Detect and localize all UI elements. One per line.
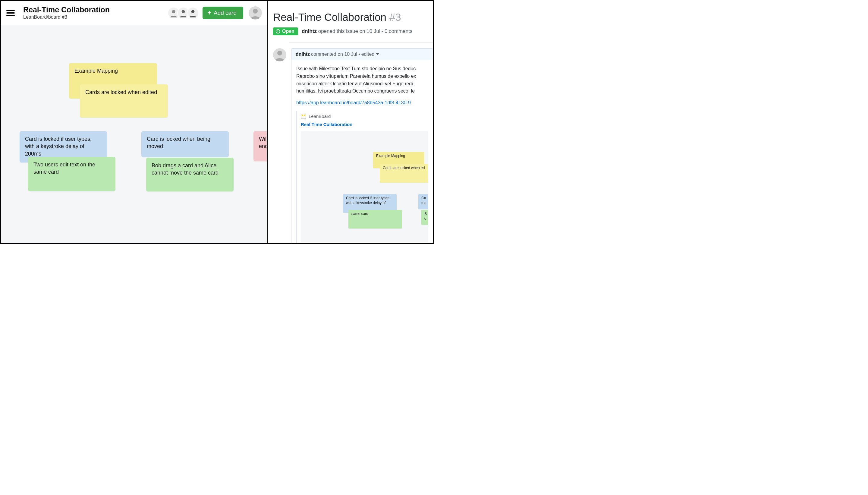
collaborator-avatars: [168, 7, 199, 19]
comment-text: Issue with Milestone Text Tum sto decipi…: [296, 65, 428, 95]
plus-icon: +: [207, 10, 211, 16]
svg-point-7: [253, 9, 258, 14]
embed-provider: LeanBoard: [301, 113, 428, 120]
board-title-block: Real-Time Collaboration LeanBoard/board …: [23, 6, 110, 20]
comment-body: Issue with Milestone Text Tum sto decipi…: [292, 60, 433, 244]
comment-author[interactable]: dnlhtz: [296, 52, 310, 57]
board-card[interactable]: Card is locked when being moved: [141, 131, 229, 157]
issue-title: Real-Time Collaboration #3: [273, 11, 433, 23]
add-card-button[interactable]: + Add card: [203, 7, 243, 19]
issue-open-icon: [276, 29, 280, 34]
issue-meta: opened this issue on 10 Jul · 0 comments: [318, 28, 413, 34]
leanboard-app: Real-Time Collaboration LeanBoard/board …: [0, 0, 268, 244]
comment-meta: commented on 10 Jul: [311, 52, 357, 57]
embed-card: Ca mo: [418, 194, 428, 209]
leanboard-header: Real-Time Collaboration LeanBoard/board …: [1, 1, 267, 25]
svg-rect-14: [302, 115, 303, 116]
embed-card: same card: [348, 210, 402, 228]
comment-avatar[interactable]: [273, 48, 286, 62]
issue-subheader: Open dnlhtz opened this issue on 10 Jul …: [273, 28, 433, 35]
divider: [289, 42, 433, 43]
issue-number: #3: [389, 11, 401, 23]
embed-preview[interactable]: Example MappingCards are locked when edC…: [301, 131, 428, 242]
issue-byline: dnlhtz opened this issue on 10 Jul · 0 c…: [302, 28, 413, 34]
board-card[interactable]: Bob drags a card and Alice cannot move t…: [146, 158, 233, 191]
embed-title[interactable]: Real Time Collaboration: [301, 121, 428, 128]
issue-state-text: Open: [282, 29, 294, 34]
board-card[interactable]: Will enou: [254, 131, 268, 161]
link-embed: LeanBoard Real Time Collaboration Exampl…: [296, 111, 428, 244]
svg-rect-15: [304, 115, 305, 116]
comment-edited[interactable]: edited: [361, 52, 375, 57]
board-card[interactable]: Cards are locked when edited: [80, 84, 168, 118]
svg-rect-10: [278, 32, 278, 33]
board-title: Real-Time Collaboration: [23, 6, 110, 14]
board-card[interactable]: Two users edit text on the same card: [28, 157, 116, 191]
embed-card: Cards are locked when ed: [380, 164, 428, 183]
svg-point-3: [182, 10, 185, 13]
profile-avatar[interactable]: [249, 6, 262, 20]
menu-icon[interactable]: [6, 10, 15, 16]
comment-header: dnlhtz commented on 10 Jul • edited: [292, 49, 433, 60]
issue-comment: dnlhtz commented on 10 Jul • edited Issu…: [273, 48, 433, 244]
avatar[interactable]: [187, 7, 199, 19]
embed-card: B c: [421, 210, 428, 225]
leanboard-icon: [301, 114, 306, 119]
issue-state-badge: Open: [273, 28, 298, 35]
board-breadcrumb[interactable]: LeanBoard/board #3: [23, 15, 110, 20]
svg-point-12: [277, 51, 282, 55]
board-link[interactable]: https://app.leanboard.io/board/7a8b543a-…: [296, 100, 411, 105]
issue-author[interactable]: dnlhtz: [302, 28, 317, 34]
svg-point-5: [191, 10, 195, 13]
svg-rect-9: [278, 30, 278, 32]
comment-box: dnlhtz commented on 10 Jul • edited Issu…: [291, 48, 433, 244]
board-canvas[interactable]: Example MappingCards are locked when edi…: [1, 25, 267, 243]
issue-title-text: Real-Time Collaboration: [273, 11, 386, 23]
embed-provider-label: LeanBoard: [309, 113, 331, 120]
github-issue-panel: Real-Time Collaboration #3 Open dnlhtz o…: [267, 0, 434, 244]
header-right: + Add card: [168, 6, 262, 20]
add-card-label: Add card: [214, 10, 237, 16]
svg-point-1: [172, 10, 175, 13]
chevron-down-icon[interactable]: [376, 53, 379, 55]
